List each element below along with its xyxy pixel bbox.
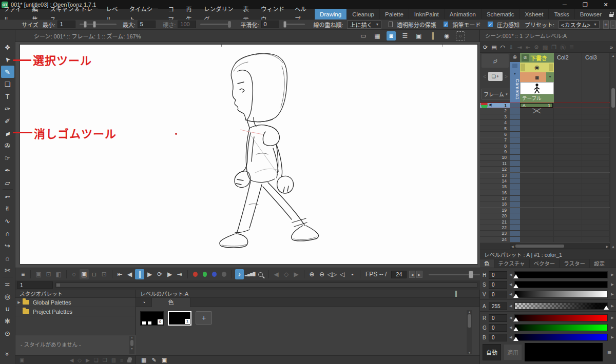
- prev-key-button[interactable]: ◀: [272, 269, 280, 279]
- increment-icon[interactable]: ▶: [609, 335, 616, 339]
- xsheet-row[interactable]: 19: [480, 208, 610, 213]
- style-swatch-0[interactable]: 0: [140, 311, 164, 326]
- safe-area-icon[interactable]: ◙: [387, 31, 396, 41]
- xsheet-row[interactable]: 13: [480, 173, 610, 178]
- xsheet-row[interactable]: 3: [480, 114, 610, 120]
- frame-number-cell[interactable]: ⚑ 1: [480, 103, 510, 108]
- level-palette-scrollbar[interactable]: ▲ ▼: [467, 310, 472, 354]
- maximize-button[interactable]: ❐: [575, 0, 595, 9]
- new-note-icon[interactable]: Ⓝ: [560, 43, 566, 51]
- fps-field[interactable]: 24: [391, 271, 407, 278]
- current-frame-field[interactable]: 1: [17, 281, 53, 289]
- frame-slider[interactable]: [55, 282, 477, 288]
- blue-value-field[interactable]: 0: [489, 334, 507, 341]
- scroll-handle[interactable]: [468, 314, 471, 328]
- loop-button[interactable]: ⟳: [155, 269, 164, 279]
- locator-magnifier-icon[interactable]: [256, 269, 265, 279]
- tool-type[interactable]: T: [1, 90, 14, 103]
- room-tab-browser[interactable]: Browser: [574, 9, 607, 19]
- tool-plastic[interactable]: ∪: [1, 302, 14, 315]
- save-palette-icon[interactable]: ▣: [162, 357, 167, 363]
- camera-view-icon[interactable]: ▭: [359, 31, 368, 41]
- smooth-handle[interactable]: [283, 21, 286, 28]
- repeat-icon[interactable]: ▧: [543, 44, 548, 51]
- viewer-menu-icon[interactable]: ≡: [18, 269, 27, 279]
- xsheet-row[interactable]: 17: [480, 196, 610, 201]
- increment-icon[interactable]: ▶: [609, 292, 616, 296]
- green-slider[interactable]: [514, 324, 608, 331]
- export-icon[interactable]: ⇤: [526, 44, 530, 51]
- alpha-value-field[interactable]: 255: [489, 302, 507, 310]
- tool-skeleton[interactable]: ≍: [1, 278, 14, 290]
- new-raster-level-icon[interactable]: ▤: [491, 44, 496, 51]
- xsheet-row[interactable]: 7: [480, 137, 610, 143]
- slider-handle[interactable]: [513, 337, 518, 341]
- ghost-view-icon[interactable]: ◌: [70, 269, 79, 279]
- room-tab-inknpaint[interactable]: InknPaint: [409, 9, 444, 19]
- tool-fill[interactable]: ✑: [1, 103, 14, 115]
- sub-camera-icon[interactable]: ⊡: [100, 269, 108, 279]
- scroll-up-icon[interactable]: ▲: [612, 54, 615, 57]
- compare-icon[interactable]: ◧: [54, 269, 63, 279]
- increment-icon[interactable]: ▶: [609, 316, 616, 320]
- expand-arrow-icon[interactable]: ▶: [15, 300, 23, 305]
- key-style-icon[interactable]: ◇: [78, 357, 82, 363]
- room-tab-xsheet[interactable]: Xsheet: [519, 9, 549, 19]
- room-tab-tasks[interactable]: Tasks: [548, 9, 574, 19]
- xsheet-row[interactable]: 15: [480, 184, 610, 190]
- column-3-header[interactable]: Col3: [582, 53, 610, 103]
- preview-eye-icon[interactable]: ◉: [442, 31, 451, 41]
- blue-channel-button[interactable]: [212, 272, 217, 277]
- xsheet-row[interactable]: 4: [480, 120, 610, 126]
- xsheet-row[interactable]: 9: [480, 149, 610, 155]
- xsheet-vertical-scrollbar[interactable]: ▲ ▲: [610, 53, 616, 250]
- layers-icon[interactable]: ☰: [400, 31, 410, 41]
- min-size-field[interactable]: 1: [57, 21, 75, 28]
- flip-vertical-icon[interactable]: ◁: [338, 269, 346, 279]
- studio-scrollbar[interactable]: ▲ ▼: [129, 336, 134, 354]
- tree-item-global-palettes[interactable]: ▶ Global Palettes: [15, 298, 136, 307]
- slider-handle[interactable]: [513, 327, 518, 331]
- xsheet-row-1-current[interactable]: ⚑ 1 A1: [480, 103, 610, 108]
- room-tab-palette[interactable]: Palette: [379, 9, 409, 19]
- tool-animate[interactable]: ❖: [1, 41, 14, 53]
- scroll-down-icon[interactable]: ▼: [468, 351, 471, 354]
- close-button[interactable]: ✕: [595, 0, 616, 9]
- fps-up-button[interactable]: ▶: [416, 271, 422, 278]
- increment-icon[interactable]: ▶: [609, 326, 616, 330]
- add-preset-button[interactable]: +: [603, 21, 609, 29]
- scroll-handle[interactable]: [515, 245, 564, 248]
- xsheet-row[interactable]: 8: [480, 144, 610, 149]
- drawing-canvas[interactable]: [15, 42, 480, 268]
- tool-tracker[interactable]: ✻: [1, 315, 14, 327]
- next-frame-button[interactable]: ▶: [165, 269, 174, 279]
- tool-magnet[interactable]: ∩: [1, 227, 14, 239]
- xsheet-row[interactable]: 23: [480, 231, 610, 236]
- tool-geometric[interactable]: ❏: [1, 78, 14, 90]
- prev-style-icon[interactable]: ◀: [70, 357, 74, 363]
- flip-horizontal-icon[interactable]: ◁▷: [328, 269, 337, 279]
- pencil-mode-checkbox[interactable]: ✓: [444, 22, 449, 27]
- next-style-icon[interactable]: ▶: [86, 357, 90, 363]
- slider-handle[interactable]: [513, 317, 518, 321]
- add-style-button[interactable]: +: [196, 311, 212, 325]
- value-value-field[interactable]: 0: [489, 291, 507, 298]
- saturation-value-field[interactable]: 0: [489, 281, 507, 289]
- camera-lock-icon[interactable]: [512, 64, 517, 68]
- xsheet-row[interactable]: 20: [480, 213, 610, 219]
- tool-style-picker[interactable]: ☞: [1, 152, 14, 164]
- slider-handle[interactable]: [604, 306, 609, 310]
- xsheet-row[interactable]: 11: [480, 161, 610, 167]
- scroll-handle[interactable]: [130, 340, 133, 346]
- pressure-checkbox[interactable]: ✓: [488, 22, 493, 27]
- tool-tape[interactable]: ✇: [1, 139, 14, 152]
- histogram-icon[interactable]: ▂▄▆█: [245, 269, 255, 279]
- remove-preset-button[interactable]: -: [610, 21, 616, 29]
- tool-bender[interactable]: ↪: [1, 239, 14, 252]
- alpha-slider[interactable]: [514, 302, 608, 310]
- tab-texture[interactable]: テクスチャ: [494, 259, 530, 268]
- load-level-icon[interactable]: ⇓: [509, 44, 513, 51]
- hardness-field[interactable]: 100: [178, 21, 196, 28]
- xsheet-row[interactable]: 12: [480, 167, 610, 172]
- max-size-field[interactable]: 5: [138, 21, 156, 28]
